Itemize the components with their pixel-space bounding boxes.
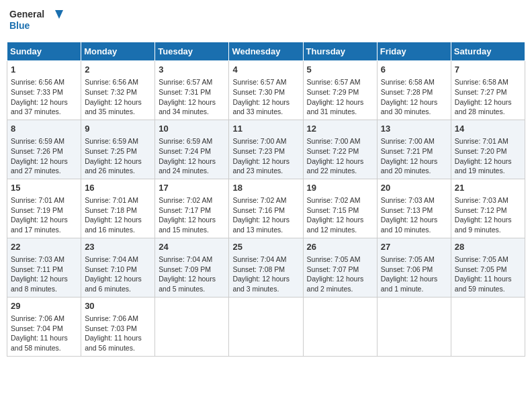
calendar-cell: 28Sunrise: 7:05 AMSunset: 7:05 PMDayligh…	[451, 238, 525, 297]
sunset: Sunset: 7:22 PM	[307, 147, 359, 155]
calendar-cell	[377, 297, 451, 356]
day-number: 7	[455, 64, 521, 76]
day-number: 18	[232, 182, 299, 194]
sunrise: Sunrise: 6:59 AM	[159, 137, 212, 145]
daylight: Daylight: 12 hours and 19 minutes.	[455, 157, 512, 175]
sunset: Sunset: 7:17 PM	[159, 206, 211, 214]
daylight: Daylight: 11 hours and 56 minutes.	[85, 334, 142, 352]
daylight: Daylight: 12 hours and 23 minutes.	[232, 157, 290, 175]
sunrise: Sunrise: 7:04 AM	[232, 255, 286, 263]
calendar-cell: 9Sunrise: 6:59 AMSunset: 7:25 PMDaylight…	[81, 120, 155, 179]
sunset: Sunset: 7:16 PM	[232, 206, 285, 214]
calendar-cell: 17Sunrise: 7:02 AMSunset: 7:17 PMDayligh…	[155, 179, 229, 238]
day-number: 23	[85, 241, 151, 253]
calendar-cell: 19Sunrise: 7:02 AMSunset: 7:15 PMDayligh…	[303, 179, 377, 238]
daylight: Daylight: 12 hours and 16 minutes.	[85, 216, 142, 234]
sunrise: Sunrise: 6:59 AM	[11, 137, 64, 145]
calendar-cell: 2Sunrise: 6:56 AMSunset: 7:32 PMDaylight…	[81, 61, 155, 120]
sunrise: Sunrise: 7:05 AM	[455, 255, 508, 263]
sunset: Sunset: 7:24 PM	[159, 147, 211, 155]
sunrise: Sunrise: 7:02 AM	[159, 196, 212, 204]
day-number: 29	[11, 300, 77, 312]
calendar-cell: 11Sunrise: 7:00 AMSunset: 7:23 PMDayligh…	[229, 120, 303, 179]
header-saturday: Saturday	[451, 42, 525, 61]
daylight: Daylight: 12 hours and 22 minutes.	[307, 157, 364, 175]
calendar-week-row: 1Sunrise: 6:56 AMSunset: 7:33 PMDaylight…	[7, 61, 525, 120]
calendar-cell: 21Sunrise: 7:03 AMSunset: 7:12 PMDayligh…	[451, 179, 525, 238]
sunrise: Sunrise: 7:02 AM	[307, 196, 361, 204]
sunrise: Sunrise: 7:00 AM	[381, 137, 435, 145]
logo-svg: General Blue	[9, 7, 63, 36]
day-number: 8	[11, 123, 77, 135]
calendar-cell	[155, 297, 229, 356]
day-number: 19	[307, 182, 373, 194]
sunset: Sunset: 7:15 PM	[307, 206, 359, 214]
sunset: Sunset: 7:29 PM	[307, 88, 359, 96]
calendar-cell: 25Sunrise: 7:04 AMSunset: 7:08 PMDayligh…	[229, 238, 303, 297]
sunrise: Sunrise: 7:04 AM	[85, 255, 138, 263]
sunrise: Sunrise: 7:05 AM	[307, 255, 361, 263]
calendar-cell: 6Sunrise: 6:58 AMSunset: 7:28 PMDaylight…	[377, 61, 451, 120]
sunset: Sunset: 7:23 PM	[232, 147, 285, 155]
calendar-cell: 10Sunrise: 6:59 AMSunset: 7:24 PMDayligh…	[155, 120, 229, 179]
sunset: Sunset: 7:26 PM	[11, 147, 63, 155]
daylight: Daylight: 11 hours and 58 minutes.	[11, 334, 68, 352]
calendar-week-row: 29Sunrise: 7:06 AMSunset: 7:04 PMDayligh…	[7, 297, 525, 356]
sunset: Sunset: 7:28 PM	[381, 88, 433, 96]
svg-text:General: General	[9, 9, 44, 19]
day-number: 25	[232, 241, 299, 253]
calendar-cell: 23Sunrise: 7:04 AMSunset: 7:10 PMDayligh…	[81, 238, 155, 297]
day-number: 1	[11, 64, 77, 76]
svg-text:Blue: Blue	[9, 20, 30, 31]
sunset: Sunset: 7:09 PM	[159, 265, 211, 273]
daylight: Daylight: 12 hours and 6 minutes.	[85, 275, 142, 293]
sunrise: Sunrise: 6:56 AM	[85, 78, 138, 86]
sunset: Sunset: 7:32 PM	[85, 88, 137, 96]
calendar-cell: 26Sunrise: 7:05 AMSunset: 7:07 PMDayligh…	[303, 238, 377, 297]
calendar-week-row: 8Sunrise: 6:59 AMSunset: 7:26 PMDaylight…	[7, 120, 525, 179]
calendar-cell	[303, 297, 377, 356]
sunset: Sunset: 7:27 PM	[455, 88, 507, 96]
header-sunday: Sunday	[7, 42, 81, 61]
calendar-header-row: SundayMondayTuesdayWednesdayThursdayFrid…	[7, 42, 525, 61]
sunset: Sunset: 7:13 PM	[381, 206, 433, 214]
calendar-cell: 3Sunrise: 6:57 AMSunset: 7:31 PMDaylight…	[155, 61, 229, 120]
calendar-cell: 20Sunrise: 7:03 AMSunset: 7:13 PMDayligh…	[377, 179, 451, 238]
sunrise: Sunrise: 7:05 AM	[381, 255, 435, 263]
daylight: Daylight: 12 hours and 31 minutes.	[307, 98, 364, 116]
day-number: 22	[11, 241, 77, 253]
day-number: 4	[232, 64, 299, 76]
calendar-cell: 7Sunrise: 6:58 AMSunset: 7:27 PMDaylight…	[451, 61, 525, 120]
sunset: Sunset: 7:25 PM	[85, 147, 137, 155]
daylight: Daylight: 12 hours and 27 minutes.	[11, 157, 68, 175]
day-number: 17	[159, 182, 225, 194]
day-number: 3	[159, 64, 225, 76]
day-number: 26	[307, 241, 373, 253]
day-number: 13	[381, 123, 447, 135]
daylight: Daylight: 12 hours and 8 minutes.	[11, 275, 68, 293]
calendar-cell: 29Sunrise: 7:06 AMSunset: 7:04 PMDayligh…	[7, 297, 81, 356]
day-number: 9	[85, 123, 151, 135]
daylight: Daylight: 12 hours and 35 minutes.	[85, 98, 142, 116]
daylight: Daylight: 12 hours and 26 minutes.	[85, 157, 142, 175]
daylight: Daylight: 12 hours and 20 minutes.	[381, 157, 438, 175]
sunset: Sunset: 7:08 PM	[232, 265, 285, 273]
calendar-cell: 12Sunrise: 7:00 AMSunset: 7:22 PMDayligh…	[303, 120, 377, 179]
day-number: 12	[307, 123, 373, 135]
calendar-week-row: 22Sunrise: 7:03 AMSunset: 7:11 PMDayligh…	[7, 238, 525, 297]
daylight: Daylight: 12 hours and 34 minutes.	[159, 98, 216, 116]
day-number: 16	[85, 182, 151, 194]
header-friday: Friday	[377, 42, 451, 61]
svg-marker-2	[55, 10, 63, 19]
day-number: 27	[381, 241, 447, 253]
sunset: Sunset: 7:10 PM	[85, 265, 137, 273]
header-monday: Monday	[81, 42, 155, 61]
sunset: Sunset: 7:07 PM	[307, 265, 359, 273]
sunset: Sunset: 7:21 PM	[381, 147, 433, 155]
daylight: Daylight: 12 hours and 17 minutes.	[11, 216, 68, 234]
daylight: Daylight: 12 hours and 10 minutes.	[381, 216, 438, 234]
sunset: Sunset: 7:05 PM	[455, 265, 507, 273]
day-number: 5	[307, 64, 373, 76]
sunrise: Sunrise: 7:00 AM	[307, 137, 361, 145]
daylight: Daylight: 12 hours and 5 minutes.	[159, 275, 216, 293]
